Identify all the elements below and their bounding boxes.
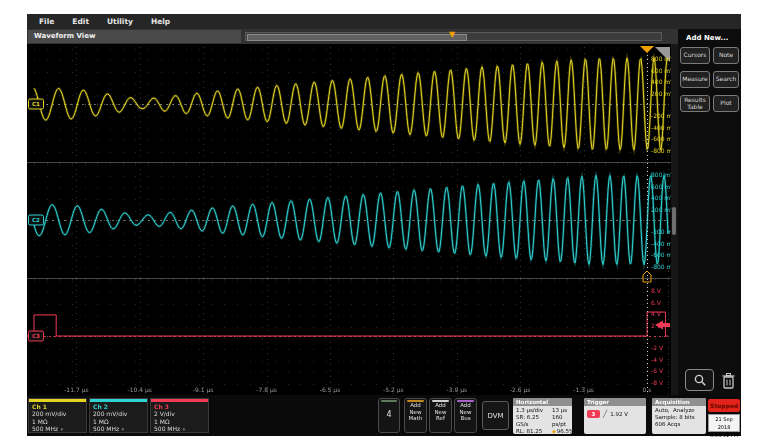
ch3-impedance: 1 MΩ: [151, 418, 208, 426]
ref-line3: Ref: [430, 415, 451, 422]
x-axis-label: -9.1 μs: [193, 386, 214, 393]
add-new-title: Add New...: [678, 29, 741, 47]
menu-bar: File Edit Utility Help: [27, 14, 741, 29]
horizontal-scale: 1.3 μs/div: [516, 407, 550, 414]
record-percent: ◆96.5%: [552, 428, 572, 434]
ch1-bandwidth: 500 MHz: [32, 425, 58, 432]
results-table-button[interactable]: Results Table: [680, 95, 710, 112]
probe-icon: ⌖: [121, 425, 124, 432]
x-axis-label: -7.8 μs: [256, 386, 277, 393]
ch4-label: 4: [379, 402, 399, 428]
math-line3: Math: [405, 415, 426, 422]
channel-badge-ch1[interactable]: Ch 1 200 mV/div 1 MΩ 500 MHz⌖: [28, 398, 87, 433]
horizontal-window: 13 μs: [552, 407, 572, 414]
channel4-button[interactable]: 4: [378, 398, 400, 433]
trigger-source-badge: 3: [587, 410, 600, 418]
y-axis-label: 8 V: [651, 287, 661, 294]
add-new-math-button[interactable]: Add New Math: [404, 398, 427, 433]
y-axis-label: -6 V: [651, 367, 663, 374]
ch1-scale: 200 mV/div: [29, 410, 86, 418]
ch3-bandwidth: 500 MHz: [154, 425, 180, 432]
y-axis-label: -4 V: [651, 355, 663, 362]
pan-position-bar[interactable]: [247, 34, 467, 41]
x-axis-label: 0 s: [643, 386, 652, 393]
add-new-ref-button[interactable]: Add New Ref: [429, 398, 452, 433]
channel3-handle[interactable]: C3: [28, 331, 44, 342]
ch2-impedance: 1 MΩ: [90, 418, 147, 426]
waveform-plot: -11.7 μs-10.4 μs-9.1 μs-7.8 μs-6.5 μs-5.…: [27, 44, 671, 395]
y-axis-label: -2 V: [651, 344, 663, 351]
add-new-bus-button[interactable]: Add New Bus: [454, 398, 477, 433]
x-axis-label: -5.2 μs: [383, 386, 404, 393]
dvm-button[interactable]: DVM: [482, 401, 509, 430]
acquisition-sample: Sample: 8 bits: [655, 414, 703, 421]
ch1-impedance: 1 MΩ: [29, 418, 86, 426]
ch2-scale: 200 mV/div: [90, 410, 147, 418]
horizontal-title: Horizontal: [513, 398, 572, 406]
trash-icon[interactable]: [721, 372, 736, 390]
horizontal-pan-scrollbar[interactable]: ▼: [245, 32, 662, 41]
x-axis-label: -2.6 μs: [510, 386, 531, 393]
y-axis-label: -8 V: [651, 378, 663, 385]
record-length: RL: 81.25 kpts: [516, 428, 550, 434]
y-axis-label: 4 V: [651, 310, 661, 317]
channel-badge-ch3[interactable]: Ch 3 2 V/div 1 MΩ 500 MHz⌖: [150, 398, 209, 433]
menu-edit[interactable]: Edit: [63, 17, 98, 26]
y-axis-label: 6 V: [651, 298, 661, 305]
probe-icon: ⌖: [182, 425, 185, 432]
panel-divider: [671, 44, 678, 395]
trigger-title: Trigger: [584, 398, 646, 406]
ch2-bandwidth: 500 MHz: [93, 425, 119, 432]
oscilloscope-screen: File Edit Utility Help Waveform View ▼ -…: [27, 14, 741, 436]
x-axis-label: -3.9 μs: [447, 386, 468, 393]
search-button[interactable]: Search: [713, 71, 739, 88]
ch1-label: Ch 1: [29, 402, 86, 410]
trigger-position-marker-icon[interactable]: ▼: [449, 30, 455, 40]
sample-interval: 160 ps/pt: [552, 414, 572, 428]
waveform-display[interactable]: [27, 44, 671, 395]
ch3-label: Ch 3: [151, 402, 208, 410]
trigger-panel[interactable]: Trigger 3 ╱ 1.92 V: [584, 398, 646, 434]
measure-button[interactable]: Measure: [680, 71, 710, 88]
zoom-magnifier-button[interactable]: [685, 369, 714, 391]
magnifier-icon: [693, 373, 707, 387]
cursors-button[interactable]: Cursors: [680, 47, 710, 64]
y-axis-label: 2 V: [651, 321, 661, 328]
x-axis-label: -10.4 μs: [128, 386, 152, 393]
channel2-handle[interactable]: C2: [28, 215, 44, 226]
acquisition-panel[interactable]: Acquisition Auto, Analyze Sample: 8 bits…: [652, 398, 706, 434]
x-axis-label: -1.3 μs: [573, 386, 594, 393]
channel-badge-ch2[interactable]: Ch 2 200 mV/div 1 MΩ 500 MHz⌖: [89, 398, 148, 433]
note-button[interactable]: Note: [713, 47, 739, 64]
bus-line3: Bus: [455, 415, 476, 422]
probe-icon: ⌖: [60, 425, 63, 432]
channel1-handle[interactable]: C1: [28, 99, 44, 110]
acquisition-count: 606 Acqs: [655, 421, 703, 428]
settings-bar: Ch 1 200 mV/div 1 MΩ 500 MHz⌖ Ch 2 200 m…: [27, 395, 741, 436]
results-panel: Add New... Cursors Note Measure Search R…: [678, 29, 741, 395]
main-area: -11.7 μs-10.4 μs-9.1 μs-7.8 μs-6.5 μs-5.…: [27, 44, 741, 395]
rising-edge-icon: ╱: [603, 411, 607, 418]
sample-rate: SR: 6.25 GS/s: [516, 414, 550, 428]
ch3-scale: 2 V/div: [151, 410, 208, 418]
run-stop-status-button[interactable]: Stopped: [708, 399, 740, 412]
date: 21 Sep 2018: [709, 415, 739, 431]
menu-utility[interactable]: Utility: [98, 17, 142, 26]
position-indicator-icon: ◆: [552, 428, 556, 434]
x-axis-label: -6.5 μs: [320, 386, 341, 393]
acquisition-mode: Auto, Analyze: [655, 407, 703, 414]
datetime-display: 21 Sep 2018 5:54:41 PM: [708, 414, 740, 432]
tab-row: Waveform View ▼: [27, 29, 678, 44]
menu-help[interactable]: Help: [142, 17, 179, 26]
plot-button[interactable]: Plot: [713, 95, 739, 112]
tab-waveform-view[interactable]: Waveform View: [28, 30, 241, 43]
acquisition-title: Acquisition: [652, 398, 706, 406]
horizontal-panel[interactable]: Horizontal 1.3 μs/div 13 μs SR: 6.25 GS/…: [513, 398, 572, 434]
divider-handle[interactable]: [672, 207, 676, 235]
ch2-label: Ch 2: [90, 402, 147, 410]
x-axis-label: -11.7 μs: [64, 386, 88, 393]
time: 5:54:41 PM: [709, 431, 739, 439]
trigger-level: 1.92 V: [610, 411, 628, 418]
menu-file[interactable]: File: [30, 17, 63, 26]
